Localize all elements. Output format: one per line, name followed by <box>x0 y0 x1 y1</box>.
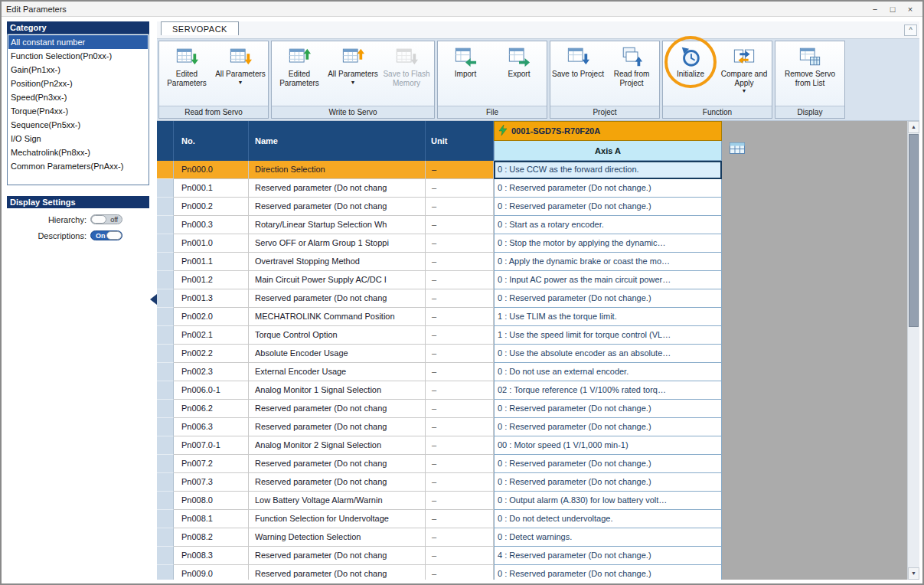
cell-no[interactable]: Pn008.0 <box>174 492 249 510</box>
cell-name[interactable]: Direction Selection <box>249 161 426 179</box>
column-header-no[interactable]: No. <box>174 121 249 161</box>
cell-unit[interactable]: – <box>426 363 494 381</box>
cell-value[interactable]: 0 : Reserved parameter (Do not change.) <box>494 565 722 580</box>
cell-value[interactable]: 0 : Reserved parameter (Do not change.) <box>494 400 722 418</box>
compare-and-apply-button[interactable]: Compare and Apply ▼ <box>717 42 771 105</box>
cell-value[interactable]: 00 : Motor speed (1 V/1,000 min-1) <box>494 436 722 455</box>
cell-no[interactable]: Pn008.3 <box>174 547 249 565</box>
cell-value[interactable]: 0 : Use the absolute encoder as an absol… <box>494 345 722 363</box>
cell-value[interactable]: 4 : Reserved parameter (Do not change.) <box>494 547 722 565</box>
cell-no[interactable]: Pn002.3 <box>174 363 249 381</box>
sidebar-collapse-icon[interactable] <box>150 294 157 305</box>
cell-no[interactable]: Pn002.1 <box>174 326 249 345</box>
servo-id-header[interactable]: 0001-SGD7S-R70F20A <box>494 121 722 141</box>
cell-name[interactable]: MECHATROLINK Command Position <box>249 308 426 326</box>
cell-unit[interactable]: – <box>426 400 494 418</box>
initialize-button[interactable]: Initialize <box>664 42 717 105</box>
cell-value[interactable]: 1 : Use the speed limit for torque contr… <box>494 326 722 345</box>
cell-value[interactable]: 0 : Use CCW as the forward direction. <box>494 161 722 179</box>
hierarchy-toggle[interactable]: off <box>90 214 122 224</box>
cell-name[interactable]: Analog Monitor 2 Signal Selection <box>249 436 426 455</box>
cell-name[interactable]: Analog Monitor 1 Signal Selection <box>249 381 426 400</box>
cell-unit[interactable]: – <box>426 234 494 253</box>
cell-name[interactable]: Overtravel Stopping Method <box>249 253 426 271</box>
cell-value[interactable]: 0 : Detect warnings. <box>494 528 722 547</box>
cell-no[interactable]: Pn006.2 <box>174 400 249 418</box>
save-to-project-button[interactable]: Save to Project <box>551 42 605 105</box>
cell-no[interactable]: Pn002.2 <box>174 345 249 363</box>
category-item-sequence-pn5xx[interactable]: Sequence(Pn5xx-) <box>8 118 148 132</box>
cell-no[interactable]: Pn001.1 <box>174 253 249 271</box>
category-item-speed-pn3xx[interactable]: Speed(Pn3xx-) <box>8 90 148 104</box>
write-edited-parameters-button[interactable]: Edited Parameters <box>273 42 326 105</box>
cell-name[interactable]: Reserved parameter (Do not chang <box>249 418 426 436</box>
dropdown-caret-icon[interactable]: ▼ <box>742 88 747 93</box>
column-header-name[interactable]: Name <box>249 121 426 161</box>
category-item-torque-pn4xx[interactable]: Torque(Pn4xx-) <box>8 104 148 118</box>
category-item-common-parameters-pnaxx[interactable]: Common Parameters(PnAxx-) <box>8 159 148 173</box>
read-edited-parameters-button[interactable]: Edited Parameters <box>160 42 214 105</box>
cell-no[interactable]: Pn001.0 <box>174 234 249 253</box>
cell-no[interactable]: Pn001.3 <box>174 289 249 308</box>
category-item-position-pn2xx[interactable]: Position(Pn2xx-) <box>8 77 148 90</box>
cell-name[interactable]: Low Battery Voltage Alarm/Warnin <box>249 492 426 510</box>
cell-unit[interactable]: – <box>426 455 494 473</box>
dropdown-caret-icon[interactable]: ▼ <box>238 80 243 85</box>
cell-unit[interactable]: – <box>426 381 494 400</box>
restore-icon[interactable]: □ <box>885 3 900 15</box>
servo-axis-header[interactable]: Axis A <box>494 141 722 161</box>
cell-value[interactable]: 0 : Reserved parameter (Do not change.) <box>494 179 722 198</box>
read-from-project-button[interactable]: Read from Project <box>605 42 658 105</box>
cell-name[interactable]: Reserved parameter (Do not chang <box>249 455 426 473</box>
cell-no[interactable]: Pn002.0 <box>174 308 249 326</box>
scrollbar-thumb[interactable] <box>909 134 919 327</box>
cell-name[interactable]: Reserved parameter (Do not chang <box>249 565 426 580</box>
cell-no[interactable]: Pn007.2 <box>174 455 249 473</box>
cell-value[interactable]: 0 : Reserved parameter (Do not change.) <box>494 418 722 436</box>
cell-value[interactable]: 0 : Output alarm (A.830) for low battery… <box>494 492 722 510</box>
cell-name[interactable]: Rotary/Linear Startup Selection Wh <box>249 216 426 234</box>
descriptions-toggle[interactable]: On <box>90 230 122 240</box>
cell-no[interactable]: Pn008.2 <box>174 528 249 547</box>
servo-list-grid-icon[interactable] <box>730 142 745 155</box>
cell-name[interactable]: Reserved parameter (Do not chang <box>249 547 426 565</box>
column-header-unit[interactable]: Unit <box>426 121 494 161</box>
cell-value[interactable]: 0 : Stop the motor by applying the dynam… <box>494 234 722 253</box>
cell-unit[interactable]: – <box>426 179 494 198</box>
remove-servo-from-list-button[interactable]: Remove Servo from List <box>776 42 844 105</box>
cell-unit[interactable]: – <box>426 216 494 234</box>
category-item-i-o-sign[interactable]: I/O Sign <box>8 132 148 145</box>
cell-unit[interactable]: – <box>426 492 494 510</box>
category-item-gain-pn1xx[interactable]: Gain(Pn1xx-) <box>8 63 148 77</box>
cell-name[interactable]: Reserved parameter (Do not chang <box>249 400 426 418</box>
cell-no[interactable]: Pn007.3 <box>174 473 249 492</box>
cell-no[interactable]: Pn006.0-1 <box>174 381 249 400</box>
cell-name[interactable]: Warning Detection Selection <box>249 528 426 547</box>
category-item-all-constant-number[interactable]: All constant number <box>8 35 148 49</box>
cell-unit[interactable]: – <box>426 326 494 345</box>
cell-unit[interactable]: – <box>426 565 494 580</box>
cell-name[interactable]: Reserved parameter (Do not chang <box>249 179 426 198</box>
cell-unit[interactable]: – <box>426 198 494 216</box>
write-all-parameters-button[interactable]: All Parameters ▼ <box>326 42 380 105</box>
ribbon-collapse-icon[interactable]: ^ <box>904 25 917 36</box>
cell-name[interactable]: Main Circuit Power Supply AC/DC I <box>249 271 426 289</box>
cell-no[interactable]: Pn000.3 <box>174 216 249 234</box>
minimize-icon[interactable]: − <box>867 3 883 15</box>
cell-value[interactable]: 0 : Start as a rotary encoder. <box>494 216 722 234</box>
cell-unit[interactable]: – <box>426 473 494 492</box>
cell-no[interactable]: Pn000.0 <box>174 161 249 179</box>
close-icon[interactable]: × <box>903 3 918 15</box>
cell-unit[interactable]: – <box>426 289 494 308</box>
cell-unit[interactable]: – <box>426 528 494 547</box>
cell-name[interactable]: Servo OFF or Alarm Group 1 Stoppi <box>249 234 426 253</box>
cell-value[interactable]: 0 : Reserved parameter (Do not change.) <box>494 473 722 492</box>
cell-no[interactable]: Pn001.2 <box>174 271 249 289</box>
cell-no[interactable]: Pn007.0-1 <box>174 436 249 455</box>
cell-value[interactable]: 0 : Do not detect undervoltage. <box>494 510 722 528</box>
cell-unit[interactable]: – <box>426 308 494 326</box>
cell-unit[interactable]: – <box>426 418 494 436</box>
cell-name[interactable]: Reserved parameter (Do not chang <box>249 289 426 308</box>
cell-value[interactable]: 0 : Reserved parameter (Do not change.) <box>494 455 722 473</box>
cell-name[interactable]: Function Selection for Undervoltage <box>249 510 426 528</box>
